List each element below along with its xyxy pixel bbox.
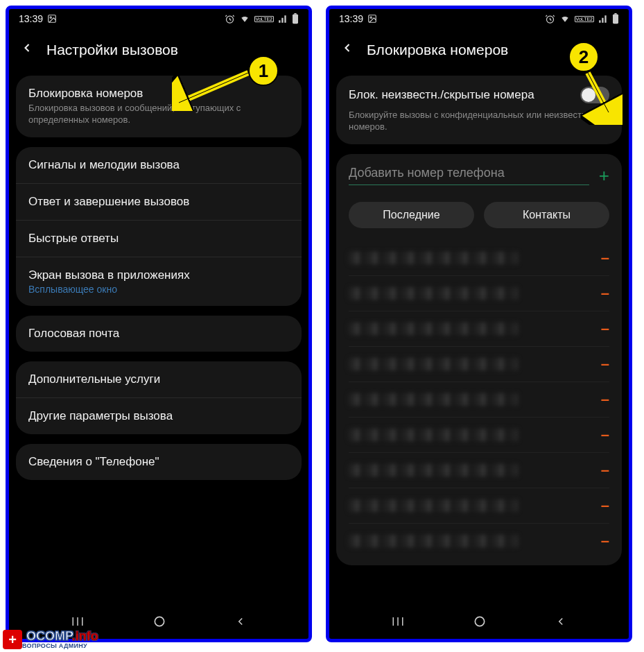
watermark-brand: OCOMP [26, 629, 72, 643]
remove-icon[interactable]: – [601, 532, 609, 550]
blocked-item[interactable]: – [349, 382, 609, 418]
setting-call-display[interactable]: Экран вызова в приложениях Всплывающее о… [16, 257, 302, 306]
settings-group: Голосовая почта [16, 316, 302, 352]
svg-rect-16 [402, 617, 403, 626]
remove-icon[interactable]: – [601, 461, 609, 479]
setting-additional-services[interactable]: Дополнительные услуги [16, 361, 302, 398]
remove-icon[interactable]: – [601, 320, 609, 338]
remove-icon[interactable]: – [601, 497, 609, 515]
battery-icon [292, 13, 299, 24]
blocked-number-blurred [349, 393, 518, 406]
annotation-arrow-1 [172, 69, 255, 111]
settings-group: Дополнительные услуги Другие параметры в… [16, 361, 302, 434]
blocked-list: ––––––––– [336, 241, 622, 565]
blocked-item[interactable]: – [349, 276, 609, 311]
svg-rect-4 [294, 13, 296, 15]
setting-quick-replies[interactable]: Быстрые ответы [16, 221, 302, 257]
blocked-item[interactable]: – [349, 311, 609, 347]
status-time: 13:39 [19, 13, 43, 24]
toggle-subtitle: Блокируйте вызовы с конфиденциальных или… [336, 110, 622, 144]
screenshot-icon [367, 14, 377, 24]
remove-icon[interactable]: – [601, 391, 609, 409]
setting-ringtones[interactable]: Сигналы и мелодии вызова [16, 147, 302, 184]
status-bar: 13:39 VoLTE2 [9, 9, 308, 28]
wifi-icon [239, 14, 250, 24]
alarm-icon [545, 14, 555, 24]
setting-other-call-params[interactable]: Другие параметры вызова [16, 398, 302, 434]
phone-screenshot-1: 13:39 VoLTE2 Настройки вызовов Блокировк… [6, 6, 312, 642]
screen-title: Настройки вызовов [46, 42, 178, 58]
blocked-number-blurred [349, 499, 518, 512]
nav-back-icon[interactable] [234, 615, 247, 630]
svg-point-8 [155, 617, 164, 626]
remove-icon[interactable]: – [601, 249, 609, 267]
watermark-plus-icon: + [3, 630, 22, 649]
blocked-item[interactable]: – [349, 241, 609, 276]
setting-voicemail[interactable]: Голосовая почта [16, 316, 302, 352]
blocked-number-blurred [349, 358, 518, 370]
remove-icon[interactable]: – [601, 426, 609, 444]
remove-icon[interactable]: – [601, 355, 609, 373]
battery-icon [612, 13, 619, 24]
setting-about-phone[interactable]: Сведения о "Телефоне" [16, 444, 302, 480]
add-number-input[interactable]: Добавить номер телефона [349, 166, 589, 185]
alarm-icon [225, 14, 235, 24]
blocked-item[interactable]: – [349, 524, 609, 558]
blocked-number-blurred [349, 323, 518, 335]
svg-rect-6 [77, 617, 78, 626]
svg-rect-12 [613, 15, 618, 24]
row-title: Экран вызова в приложениях [28, 268, 289, 282]
remove-icon[interactable]: – [601, 284, 609, 302]
row-title: Дополнительные услуги [28, 372, 289, 386]
svg-rect-3 [293, 15, 298, 24]
blocked-item[interactable]: – [349, 418, 609, 453]
watermark-domain: .info [72, 629, 98, 643]
row-link: Всплывающее окно [28, 284, 289, 295]
svg-point-1 [50, 17, 51, 18]
svg-point-10 [370, 17, 372, 18]
tab-contacts[interactable]: Контакты [484, 202, 609, 228]
svg-line-21 [588, 73, 609, 112]
blocked-item[interactable]: – [349, 453, 609, 488]
blocked-number-blurred [349, 252, 518, 264]
annotation-badge-2: 2 [568, 42, 599, 72]
blocked-number-blurred [349, 535, 518, 547]
back-icon[interactable] [340, 41, 354, 59]
add-number-icon[interactable]: + [599, 165, 609, 187]
screenshot-icon [47, 14, 57, 24]
blocked-numbers-card: Добавить номер телефона + Последние Конт… [336, 154, 622, 565]
back-icon[interactable] [20, 41, 34, 59]
nav-back-icon[interactable] [555, 615, 567, 630]
blocked-number-blurred [349, 429, 518, 441]
svg-rect-7 [82, 617, 83, 626]
wifi-icon [559, 14, 571, 24]
nav-home-icon[interactable] [473, 615, 487, 631]
watermark-sub: ВОПРОСЫ АДМИНУ [22, 642, 98, 649]
signal-icon [278, 14, 288, 24]
svg-rect-14 [393, 617, 394, 626]
svg-line-19 [179, 73, 248, 103]
svg-point-17 [475, 617, 484, 626]
blocked-item[interactable]: – [349, 488, 609, 524]
blocked-item[interactable]: – [349, 347, 609, 382]
settings-group: Сведения о "Телефоне" [16, 444, 302, 480]
nav-recents-icon[interactable] [391, 615, 405, 630]
annotation-arrow-2 [581, 69, 623, 125]
status-time: 13:39 [339, 13, 363, 24]
signal-icon [598, 14, 608, 24]
blocked-number-blurred [349, 464, 518, 477]
row-title: Другие параметры вызова [28, 409, 289, 423]
svg-rect-13 [614, 13, 616, 15]
tab-recent[interactable]: Последние [349, 202, 474, 228]
android-navbar [329, 607, 629, 639]
block-unknown-card: Блок. неизвестн./скрытые номера Блокируй… [336, 76, 622, 144]
nav-home-icon[interactable] [153, 615, 166, 631]
row-title: Быстрые ответы [28, 232, 289, 246]
volte-icon: VoLTE2 [575, 16, 594, 22]
nav-recents-icon[interactable] [71, 615, 85, 630]
setting-answer-end[interactable]: Ответ и завершение вызовов [16, 184, 302, 221]
row-title: Голосовая почта [28, 327, 289, 341]
svg-rect-15 [397, 617, 399, 626]
toggle-title: Блок. неизвестн./скрытые номера [349, 88, 580, 102]
status-bar: 13:39 VoLTE2 [329, 9, 629, 28]
